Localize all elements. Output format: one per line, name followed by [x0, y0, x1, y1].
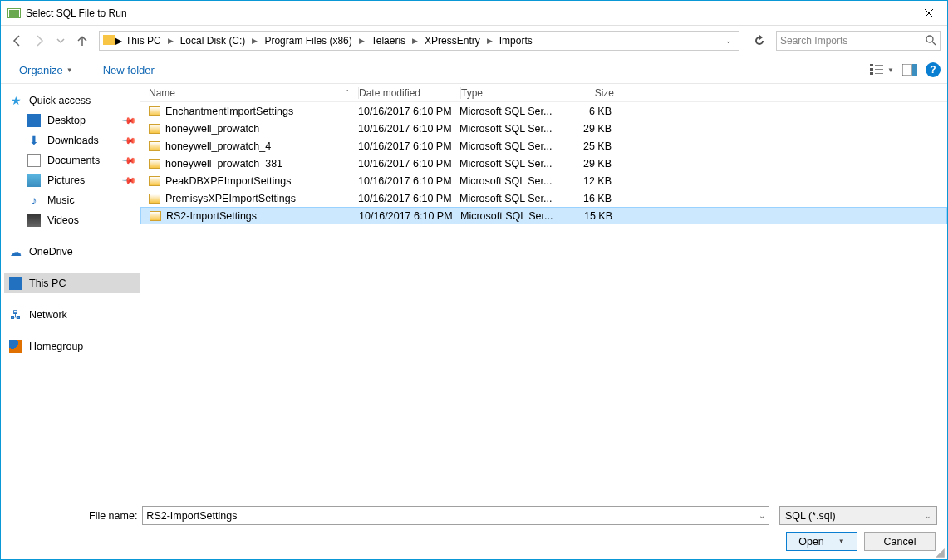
file-size: 6 KB: [560, 106, 618, 117]
chevron-right-icon: ▶: [356, 37, 368, 45]
file-row[interactable]: honeywell_prowatch_410/16/2017 6:10 PMMi…: [140, 137, 947, 155]
sidebar-item-network[interactable]: 🖧 Network: [4, 305, 140, 325]
chevron-right-icon: ▶: [165, 37, 177, 45]
svg-rect-7: [870, 72, 873, 75]
sidebar-item-this-pc[interactable]: This PC: [4, 273, 140, 293]
main-area: ★ Quick access Desktop 📌 ⬇ Downloads 📌 D…: [1, 84, 947, 499]
sidebar-item-label: OneDrive: [29, 246, 73, 258]
chevron-down-icon: ▼: [66, 66, 73, 74]
addressbar[interactable]: ▶ This PC▶Local Disk (C:)▶Program Files …: [99, 31, 739, 51]
column-header-name[interactable]: Name ˄: [147, 87, 358, 99]
sidebar-item-label: Desktop: [47, 115, 86, 126]
column-headers: Name ˄ Date modified Type Size: [140, 84, 947, 102]
help-button[interactable]: ?: [926, 62, 941, 77]
svg-line-4: [932, 42, 936, 45]
column-header-date[interactable]: Date modified: [359, 87, 460, 99]
file-name: EnchantmentImportSettings: [165, 106, 293, 117]
pin-icon: 📌: [120, 132, 136, 148]
breadcrumb-item[interactable]: This PC: [122, 35, 165, 47]
open-button[interactable]: Open ▼: [786, 532, 857, 551]
app-icon: [7, 7, 21, 20]
file-row[interactable]: PeakDBXPEImportSettings10/16/2017 6:10 P…: [140, 172, 947, 189]
cancel-button[interactable]: Cancel: [864, 532, 936, 551]
file-row[interactable]: RS2-ImportSettings10/16/2017 6:10 PMMicr…: [140, 207, 947, 224]
pin-icon: 📌: [120, 172, 136, 188]
sql-file-icon: [147, 192, 162, 205]
column-header-size[interactable]: Size: [562, 87, 621, 99]
chevron-down-icon[interactable]: ⌄: [754, 511, 765, 520]
breadcrumb-item[interactable]: XPressEntry: [421, 35, 484, 47]
resize-grip[interactable]: ◢: [936, 548, 946, 558]
sidebar-item-videos[interactable]: Videos: [4, 210, 140, 230]
videos-icon: [27, 214, 41, 227]
forward-button[interactable]: [29, 31, 49, 51]
file-size: 12 KB: [560, 175, 618, 187]
sidebar-item-label: Music: [47, 194, 75, 206]
breadcrumb-item[interactable]: Program Files (x86): [261, 35, 355, 47]
titlebar: Select SQL File to Run: [1, 1, 947, 26]
chevron-right-icon: ▶: [409, 37, 421, 45]
file-size: 15 KB: [561, 210, 619, 222]
file-date: 10/16/2017 6:10 PM: [358, 193, 459, 204]
file-name: honeywell_prowatch_4: [165, 140, 271, 152]
new-folder-button[interactable]: New folder: [100, 62, 158, 78]
sidebar-item-documents[interactable]: Documents 📌: [4, 150, 140, 170]
filename-label: File name:: [89, 510, 137, 522]
preview-pane-button[interactable]: [902, 64, 917, 76]
change-view-button[interactable]: ▼: [870, 64, 894, 76]
file-list[interactable]: EnchantmentImportSettings10/16/2017 6:10…: [140, 102, 947, 224]
filename-value: RS2-ImportSettings: [146, 510, 237, 522]
homegroup-icon: [9, 340, 22, 353]
file-size: 29 KB: [560, 123, 618, 135]
breadcrumb-item[interactable]: Local Disk (C:): [177, 35, 249, 47]
file-size: 16 KB: [560, 193, 618, 204]
sidebar-item-pictures[interactable]: Pictures 📌: [4, 170, 140, 190]
file-type: Microsoft SQL Ser...: [459, 140, 560, 152]
back-button[interactable]: [7, 31, 27, 51]
up-button[interactable]: [72, 31, 92, 51]
file-row[interactable]: EnchantmentImportSettings10/16/2017 6:10…: [140, 102, 947, 120]
search-icon: [925, 34, 936, 48]
sidebar-item-label: Network: [29, 309, 67, 321]
breadcrumb-item[interactable]: Telaeris: [368, 35, 409, 47]
star-icon: ★: [9, 94, 22, 107]
sidebar-item-homegroup[interactable]: Homegroup: [4, 336, 140, 356]
breadcrumb[interactable]: This PC▶Local Disk (C:)▶Program Files (x…: [122, 35, 722, 47]
svg-rect-12: [912, 64, 917, 76]
sidebar-quick-access[interactable]: ★ Quick access: [4, 91, 140, 111]
file-type: Microsoft SQL Ser...: [459, 123, 560, 135]
sidebar: ★ Quick access Desktop 📌 ⬇ Downloads 📌 D…: [1, 84, 140, 499]
chevron-right-icon: ▶: [484, 37, 496, 45]
file-row[interactable]: PremisysXPEImportSettings10/16/2017 6:10…: [140, 189, 947, 207]
chevron-down-icon[interactable]: ⌄: [722, 37, 735, 45]
file-size: 29 KB: [560, 158, 618, 169]
window-title: Select SQL File to Run: [26, 7, 910, 19]
file-name: honeywell_prowatch: [165, 123, 259, 135]
filename-input[interactable]: RS2-ImportSettings ⌄: [142, 506, 769, 525]
file-row[interactable]: honeywell_prowatch_38110/16/2017 6:10 PM…: [140, 155, 947, 172]
sidebar-item-onedrive[interactable]: ☁ OneDrive: [4, 242, 140, 262]
sidebar-item-label: Quick access: [29, 95, 91, 106]
desktop-icon: [27, 114, 41, 127]
sidebar-item-music[interactable]: ♪ Music: [4, 190, 140, 210]
file-type: Microsoft SQL Ser...: [460, 210, 561, 222]
column-header-type[interactable]: Type: [461, 87, 562, 99]
pin-icon: 📌: [120, 112, 136, 128]
filetype-select[interactable]: SQL (*.sql) ⌄: [779, 506, 937, 525]
organize-label: Organize: [19, 64, 63, 76]
search-placeholder: Search Imports: [780, 35, 925, 47]
search-input[interactable]: Search Imports: [776, 31, 941, 51]
recent-locations-button[interactable]: [51, 31, 71, 51]
sidebar-item-desktop[interactable]: Desktop 📌: [4, 111, 140, 130]
sql-file-icon: [147, 140, 162, 153]
organize-button[interactable]: Organize ▼: [16, 62, 76, 78]
refresh-button[interactable]: [749, 31, 769, 51]
file-name: RS2-ImportSettings: [166, 210, 257, 222]
sort-asc-icon: ˄: [346, 89, 350, 97]
sidebar-item-downloads[interactable]: ⬇ Downloads 📌: [4, 130, 140, 150]
close-button[interactable]: [910, 1, 947, 26]
breadcrumb-item[interactable]: Imports: [496, 35, 536, 47]
addressbar-folder-icon: [103, 35, 115, 47]
network-icon: 🖧: [9, 308, 22, 322]
file-row[interactable]: honeywell_prowatch10/16/2017 6:10 PMMicr…: [140, 120, 947, 137]
